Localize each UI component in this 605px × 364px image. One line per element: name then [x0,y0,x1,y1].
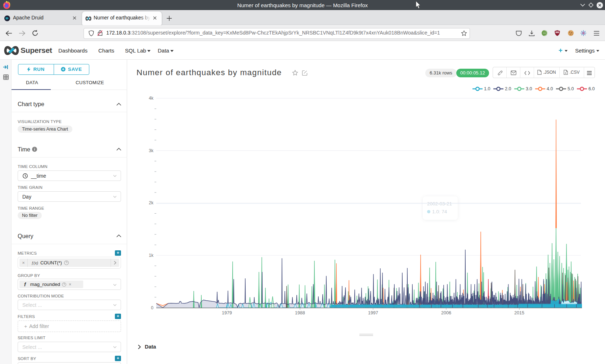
svg-text:3k: 3k [149,148,154,153]
svg-text:2006: 2006 [441,310,451,315]
svg-text:1k: 1k [149,253,154,258]
svg-text:1979: 1979 [222,310,232,315]
svg-text:2015: 2015 [514,310,524,315]
svg-text:1997: 1997 [368,310,378,315]
svg-text:0: 0 [151,305,153,310]
svg-text:1988: 1988 [295,310,305,315]
svg-text:2k: 2k [149,200,154,205]
svg-text:4k: 4k [149,96,154,101]
